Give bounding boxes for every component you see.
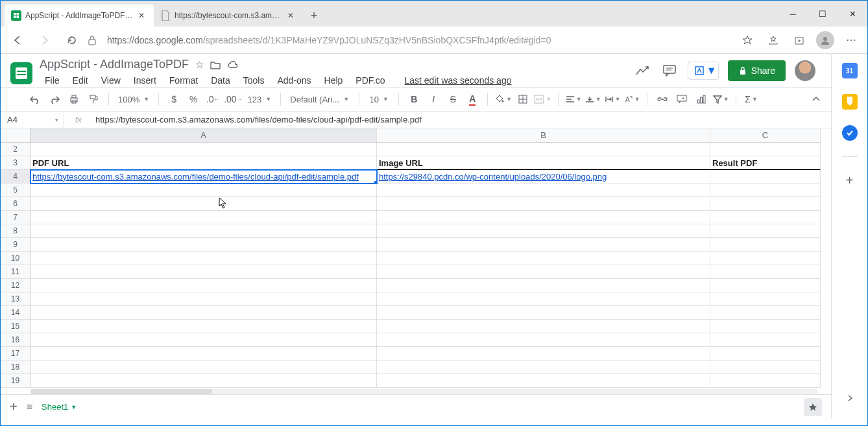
cell[interactable]	[30, 306, 377, 320]
menu-tools[interactable]: Tools	[238, 74, 270, 87]
profile-button[interactable]	[814, 30, 836, 51]
cell[interactable]	[710, 238, 821, 252]
font-size-dropdown[interactable]: 10▼	[366, 95, 392, 104]
cell[interactable]	[377, 252, 710, 265]
cell[interactable]	[710, 170, 821, 183]
filter-button[interactable]: ▼	[712, 91, 729, 108]
sheets-logo[interactable]	[8, 60, 34, 86]
row-header[interactable]: 5	[1, 183, 30, 197]
cell[interactable]: Result PDF	[710, 156, 821, 170]
row-header[interactable]: 16	[1, 333, 30, 347]
strikethrough-button[interactable]: S	[444, 91, 461, 108]
menu-file[interactable]: File	[40, 74, 65, 87]
more-formats-dropdown[interactable]: 123▼	[245, 95, 274, 104]
cell[interactable]	[710, 224, 821, 238]
tasks-icon[interactable]	[842, 125, 858, 141]
cell[interactable]	[710, 361, 821, 374]
cell[interactable]: https://s29840.pcdn.co/wp-content/upload…	[377, 170, 710, 183]
cell[interactable]	[30, 183, 377, 197]
window-close[interactable]: ✕	[838, 1, 867, 27]
cell[interactable]	[30, 347, 377, 361]
cell[interactable]	[30, 265, 377, 279]
row-header[interactable]: 14	[1, 306, 30, 320]
cell[interactable]	[30, 361, 377, 374]
insert-comment-button[interactable]	[673, 91, 690, 108]
calendar-icon[interactable]: 31	[842, 63, 858, 78]
fill-color-button[interactable]: ▼	[494, 91, 512, 108]
menu-pdfco[interactable]: PDF.co	[350, 74, 390, 87]
cell[interactable]	[30, 320, 377, 333]
cell[interactable]	[377, 197, 710, 211]
cell[interactable]	[377, 306, 710, 320]
move-icon[interactable]	[210, 60, 221, 69]
cell[interactable]	[377, 347, 710, 361]
window-minimize[interactable]: ─	[778, 1, 808, 27]
row-header[interactable]: 9	[1, 238, 30, 252]
row-header[interactable]: 15	[1, 320, 30, 333]
row-header[interactable]: 12	[1, 279, 30, 292]
print-button[interactable]	[66, 91, 82, 108]
cell[interactable]	[710, 265, 821, 279]
menu-view[interactable]: View	[96, 74, 126, 87]
comments-icon[interactable]	[660, 62, 679, 80]
row-header[interactable]: 11	[1, 265, 30, 279]
refresh-button[interactable]	[60, 30, 84, 51]
menu-data[interactable]: Data	[206, 74, 235, 87]
cell[interactable]	[710, 374, 821, 388]
bold-button[interactable]: B	[405, 91, 422, 108]
name-box[interactable]: A4	[1, 112, 64, 128]
row-header[interactable]: 19	[1, 374, 30, 388]
new-tab-button[interactable]: +	[303, 5, 325, 27]
tab-close-icon[interactable]: ✕	[287, 11, 296, 20]
zoom-dropdown[interactable]: 100%▼	[115, 95, 152, 104]
addons-plus-icon[interactable]: +	[842, 172, 858, 188]
cloud-status-icon[interactable]	[227, 60, 239, 69]
all-sheets-button[interactable]: ≡	[27, 401, 32, 413]
text-rotation-button[interactable]: A▼	[623, 91, 640, 108]
cell[interactable]	[30, 224, 377, 238]
collections-icon[interactable]	[788, 30, 810, 51]
cell[interactable]	[30, 292, 377, 306]
increase-decimal-button[interactable]: .00→	[224, 91, 242, 108]
cell[interactable]	[30, 143, 377, 156]
cell[interactable]	[377, 320, 710, 333]
cell[interactable]	[30, 197, 377, 211]
horizontal-scrollbar[interactable]	[30, 389, 818, 394]
cell[interactable]	[377, 279, 710, 292]
address-bar[interactable]: https://docs.google.com/spreadsheets/d/1…	[107, 35, 732, 45]
vertical-align-button[interactable]: ▼	[585, 91, 601, 108]
cell[interactable]	[710, 320, 821, 333]
present-dropdown[interactable]: ▼	[688, 62, 719, 80]
cell[interactable]	[377, 238, 710, 252]
cell[interactable]	[377, 211, 710, 224]
row-header[interactable]: 7	[1, 211, 30, 224]
format-percent-button[interactable]: %	[185, 91, 202, 108]
row-header[interactable]: 8	[1, 224, 30, 238]
cell[interactable]	[377, 292, 710, 306]
favorite-star-icon[interactable]	[736, 30, 758, 51]
hide-side-panel-button[interactable]	[842, 390, 858, 406]
merge-cells-button[interactable]: ▼	[534, 91, 551, 108]
cell[interactable]	[30, 333, 377, 347]
column-header-a[interactable]: A	[30, 128, 377, 143]
row-header[interactable]: 3	[1, 156, 30, 170]
insert-chart-button[interactable]	[693, 91, 710, 108]
cell[interactable]	[30, 238, 377, 252]
undo-button[interactable]	[27, 91, 43, 108]
functions-button[interactable]: Σ▼	[743, 91, 760, 108]
cell[interactable]	[30, 279, 377, 292]
add-sheet-button[interactable]: +	[10, 399, 18, 414]
cell[interactable]	[377, 183, 710, 197]
cell[interactable]	[710, 183, 821, 197]
cell[interactable]	[377, 224, 710, 238]
redo-button[interactable]	[46, 91, 63, 108]
menu-help[interactable]: Help	[319, 74, 348, 87]
cell[interactable]	[30, 252, 377, 265]
cell[interactable]: Image URL	[377, 156, 710, 170]
favorites-bar-icon[interactable]	[762, 30, 784, 51]
cell[interactable]	[710, 347, 821, 361]
cell[interactable]	[377, 374, 710, 388]
tab-close-icon[interactable]: ✕	[138, 11, 147, 20]
window-maximize[interactable]: ☐	[808, 1, 838, 27]
explore-button[interactable]	[804, 398, 822, 416]
